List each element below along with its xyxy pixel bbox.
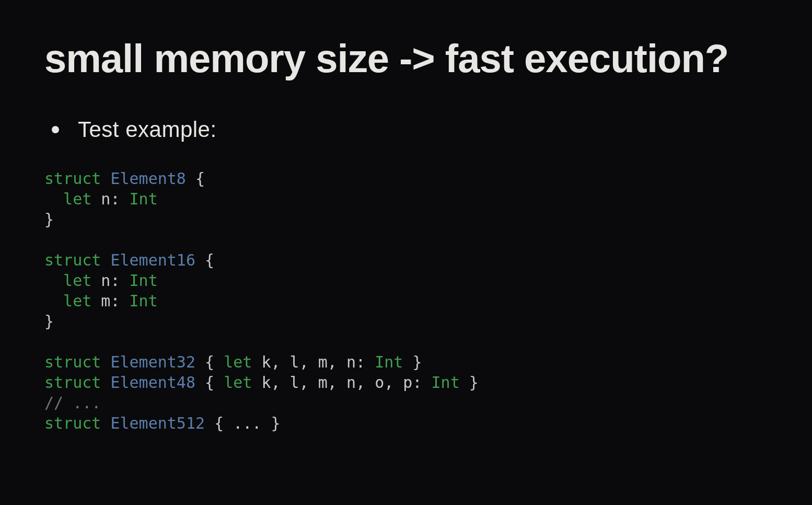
code-type: Int xyxy=(130,292,158,310)
code-punct: : xyxy=(356,353,375,371)
code-comment: // ... xyxy=(44,394,101,412)
code-type: Int xyxy=(130,271,158,290)
code-punct: : xyxy=(110,292,129,310)
bullet-text: Test example: xyxy=(78,117,217,142)
code-punct: } xyxy=(403,353,422,371)
code-var: n xyxy=(91,271,110,290)
code-keyword: let xyxy=(224,373,252,392)
code-typename: Element512 xyxy=(110,414,205,432)
code-punct: { xyxy=(195,373,224,392)
code-punct: } xyxy=(44,210,54,228)
code-keyword: let xyxy=(224,353,252,371)
code-keyword: struct xyxy=(44,373,101,392)
code-punct: { xyxy=(195,251,214,269)
code-punct: { xyxy=(186,169,205,188)
code-keyword: struct xyxy=(44,414,101,432)
slide-title: small memory size -> fast execution? xyxy=(44,37,768,81)
bullet-marker xyxy=(52,126,59,133)
code-punct: : xyxy=(110,271,129,290)
bullet-item: Test example: xyxy=(44,117,768,142)
code-punct: : xyxy=(110,190,129,208)
code-var: k, l, m, n, o, p xyxy=(252,373,412,392)
code-punct: { xyxy=(195,353,224,371)
code-keyword: let xyxy=(44,190,91,208)
code-typename: Element8 xyxy=(110,169,186,188)
code-punct: } xyxy=(44,312,54,330)
code-var: m xyxy=(91,292,110,310)
code-type: Int xyxy=(432,373,460,392)
code-keyword: let xyxy=(44,271,91,290)
code-punct: } xyxy=(460,373,479,392)
code-var: n xyxy=(91,190,110,208)
code-block: struct Element8 { let n: Int } struct El… xyxy=(44,168,768,433)
code-typename: Element16 xyxy=(110,251,195,269)
code-keyword: let xyxy=(44,292,91,310)
code-type: Int xyxy=(375,353,403,371)
code-var: k, l, m, n xyxy=(252,353,356,371)
code-typename: Element48 xyxy=(110,373,195,392)
code-type: Int xyxy=(130,190,158,208)
code-punct: { ... } xyxy=(205,414,281,432)
code-typename: Element32 xyxy=(110,353,195,371)
code-keyword: struct xyxy=(44,251,101,269)
code-keyword: struct xyxy=(44,169,101,188)
code-punct: : xyxy=(412,373,431,392)
code-keyword: struct xyxy=(44,353,101,371)
